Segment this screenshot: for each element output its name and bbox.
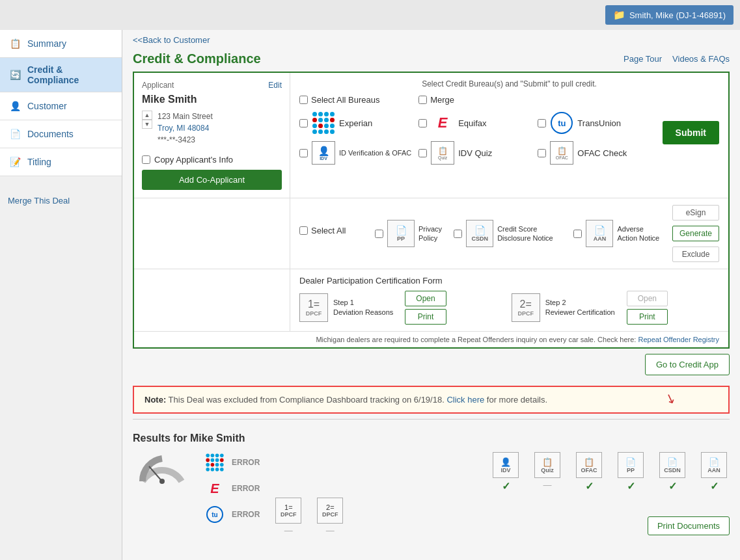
- equifax-e-icon: E: [438, 114, 448, 131]
- applicant-name: Mike Smith: [142, 94, 282, 105]
- user-profile-button[interactable]: 📁 Smith, Mike (DJ-1-46891): [605, 5, 733, 25]
- note-click-link[interactable]: Click here: [446, 395, 484, 405]
- experian-row: Experian: [299, 111, 413, 135]
- gauge-svg: [136, 452, 188, 485]
- aan-checkbox[interactable]: [573, 230, 582, 238]
- print-documents-button[interactable]: Print Documents: [648, 516, 730, 535]
- dpcf-title: Dealer Participation Certification Form: [299, 276, 719, 286]
- sidebar-item-customer[interactable]: 👤 Customer: [0, 92, 122, 120]
- page-tour-link[interactable]: Page Tour: [624, 54, 662, 64]
- bureau-instruction: Select Credit Bureau(s) and "Submit" to …: [299, 79, 719, 88]
- experian-result-status: ERROR: [232, 458, 260, 467]
- titling-icon: 📝: [8, 155, 22, 169]
- select-all-bureaus-label: Select All Bureaus: [311, 95, 380, 105]
- aan-icon: 📄 AAN: [586, 220, 613, 247]
- credit-panel-top: Applicant Edit Mike Smith ▲ ▼ 123 Main S…: [134, 73, 728, 198]
- privacy-policy-icon: 📄 PP: [387, 220, 415, 247]
- merge-deal-link[interactable]: Merge This Deal: [0, 189, 122, 212]
- experian-checkbox[interactable]: [299, 119, 308, 127]
- sidebar-item-summary[interactable]: 📋 Summary: [0, 30, 122, 58]
- dpcf-step2-print-button[interactable]: Print: [627, 309, 668, 325]
- dpcf-step1-open-button[interactable]: Open: [405, 291, 446, 306]
- ofac-check-row: 📋 OFAC OFAC Check: [538, 141, 651, 165]
- ofac-check-icon: 📋 OFAC: [550, 141, 573, 165]
- dpcf-step1-icon: 1= DPCF: [299, 293, 328, 322]
- go-to-credit-app-button[interactable]: Go to Credit App: [645, 354, 730, 375]
- results-customer-name: Mike Smith: [190, 433, 245, 444]
- csdn-result-status: ✓: [668, 480, 677, 492]
- sidebar-label-credit-compliance: Credit & Compliance: [27, 64, 114, 85]
- address-line2: Troy, MI 48084: [158, 122, 213, 134]
- select-all-docs-label: Select All: [311, 226, 346, 235]
- dpcf-step2-num: 2=: [520, 299, 532, 310]
- privacy-policy-checkbox[interactable]: [375, 230, 383, 238]
- page-title: Credit & Compliance: [133, 51, 261, 66]
- merge-checkbox[interactable]: [418, 96, 427, 104]
- aan-result-icon: 📄 AAN: [701, 452, 727, 478]
- applicant-section: Applicant Edit Mike Smith ▲ ▼ 123 Main S…: [134, 73, 290, 198]
- aan-result-item: 📄 AAN ✓: [698, 452, 730, 492]
- applicant-address: 123 Main Street Troy, MI 48084 ***-**-34…: [158, 111, 213, 146]
- svg-point-1: [159, 479, 165, 484]
- videos-faqs-link[interactable]: Videos & FAQs: [672, 54, 730, 64]
- transunion-logo: tu: [550, 111, 573, 135]
- print-docs-container: Print Documents: [648, 498, 730, 535]
- transunion-checkbox[interactable]: [538, 119, 546, 127]
- dpcf-step2-info: Step 2 Reviewer Certification: [545, 298, 615, 318]
- csdn-checkbox[interactable]: [454, 230, 462, 238]
- csdn-result-icon: 📄 CSDN: [659, 452, 685, 478]
- ofac-result-icon: 📋 OFAC: [576, 452, 602, 478]
- idv-quiz-icon: 📋 Quiz: [431, 141, 454, 165]
- transunion-result-logo: tu: [204, 504, 225, 525]
- arrow-down-btn[interactable]: ▼: [142, 120, 152, 129]
- dpcf-step1-print-button[interactable]: Print: [405, 309, 446, 325]
- aan-doc: 📄 AAN Adverse Action Notice: [573, 220, 662, 247]
- idv-quiz-checkbox[interactable]: [418, 149, 427, 157]
- pp-result-icon: 📄 PP: [618, 452, 644, 478]
- dpcf2-result-icon: 2= DPCF: [317, 498, 343, 524]
- privacy-policy-doc: 📄 PP Privacy Policy: [375, 220, 443, 247]
- submit-button[interactable]: Submit: [663, 121, 719, 144]
- ofac-check-label: OFAC Check: [577, 148, 627, 158]
- dpcf-step2-abbr: DPCF: [517, 310, 534, 317]
- equifax-label: Equifax: [458, 118, 486, 128]
- folder-icon: 📁: [613, 9, 625, 21]
- generate-button[interactable]: Generate: [672, 226, 719, 241]
- aan-label: Adverse Action Notice: [617, 224, 662, 243]
- pp-result-item: 📄 PP ✓: [615, 452, 646, 492]
- arrow-up-btn[interactable]: ▲: [142, 111, 152, 120]
- dpcf-step1-label: Step 1: [333, 298, 393, 308]
- gauge-container: [133, 452, 191, 485]
- user-name-label: Smith, Mike (DJ-1-46891): [629, 10, 726, 20]
- results-label: Results: [133, 433, 171, 444]
- select-all-docs-checkbox[interactable]: [299, 226, 308, 235]
- equifax-row: E Equifax: [418, 111, 532, 135]
- repeat-offender-link[interactable]: Repeat Offender Registry: [638, 336, 719, 343]
- note-arrow-icon: ↘: [663, 389, 678, 407]
- experian-result-logo: [204, 452, 225, 473]
- panel-footer: Michigan dealers are required to complet…: [134, 331, 728, 347]
- experian-logo: [312, 111, 335, 135]
- sidebar-item-documents[interactable]: 📄 Documents: [0, 120, 122, 148]
- applicant-edit-link[interactable]: Edit: [268, 81, 282, 90]
- idv-quiz-row: 📋 Quiz IDV Quiz: [418, 141, 532, 165]
- equifax-checkbox[interactable]: [418, 119, 427, 127]
- back-to-customer-link[interactable]: <<Back to Customer: [122, 30, 740, 50]
- copy-applicant-row: Copy Applicant's Info: [142, 155, 282, 165]
- sidebar-item-credit-compliance[interactable]: 🔄 Credit & Compliance: [0, 58, 122, 92]
- dpcf-grid: 1= DPCF Step 1 Deviation Reasons Open Pr…: [299, 291, 719, 325]
- exclude-button[interactable]: Exclude: [672, 247, 719, 262]
- esign-button[interactable]: eSign: [672, 205, 719, 220]
- page-header: Credit & Compliance Page Tour Videos & F…: [122, 50, 740, 72]
- sidebar-label-documents: Documents: [27, 129, 74, 139]
- pp-result-status: ✓: [627, 480, 635, 492]
- copy-applicant-checkbox[interactable]: [142, 155, 150, 164]
- select-all-bureaus-checkbox[interactable]: [299, 96, 308, 104]
- select-all-docs-row: Select All: [299, 226, 364, 235]
- idv-ofac-checkbox[interactable]: [299, 149, 308, 157]
- add-co-applicant-button[interactable]: Add Co-Applicant: [142, 170, 282, 190]
- note-suffix: for more details.: [487, 395, 547, 405]
- sidebar-item-titling[interactable]: 📝 Titling: [0, 148, 122, 176]
- transunion-row: tu TransUnion: [538, 111, 651, 135]
- ofac-check-checkbox[interactable]: [538, 149, 546, 157]
